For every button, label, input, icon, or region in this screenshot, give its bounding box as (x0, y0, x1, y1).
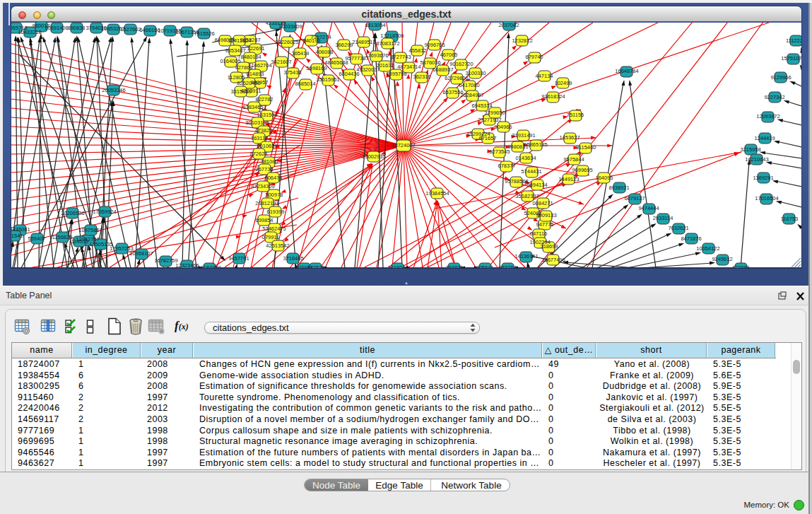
svg-text:122691: 122691 (247, 45, 264, 52)
svg-text:1453627: 1453627 (559, 134, 579, 141)
svg-text:375433: 375433 (283, 69, 301, 76)
svg-text:15751074: 15751074 (781, 55, 801, 62)
svg-text:3419283: 3419283 (387, 264, 408, 268)
svg-text:8938921: 8938921 (608, 185, 629, 191)
svg-text:3315869: 3315869 (230, 88, 251, 95)
svg-text:318699: 318699 (540, 243, 558, 250)
svg-text:10033809: 10033809 (278, 23, 302, 30)
svg-text:699854: 699854 (255, 217, 273, 223)
svg-text:10975867: 10975867 (78, 227, 102, 233)
svg-text:8895798: 8895798 (386, 71, 406, 77)
svg-text:8435061: 8435061 (11, 226, 30, 233)
svg-text:5273545: 5273545 (489, 148, 510, 155)
svg-text:9480831: 9480831 (507, 144, 528, 150)
svg-text:079911: 079911 (262, 234, 279, 240)
svg-text:947775: 947775 (536, 221, 553, 228)
svg-text:18724007: 18724007 (392, 142, 415, 148)
svg-text:9699695: 9699695 (572, 167, 592, 173)
svg-text:447134: 447134 (535, 73, 553, 79)
svg-text:9115460: 9115460 (576, 144, 596, 151)
svg-text:6945314: 6945314 (471, 103, 492, 109)
svg-text:1232812: 1232812 (512, 37, 532, 44)
svg-text:9245612: 9245612 (712, 256, 732, 262)
svg-text:647525: 647525 (307, 264, 324, 268)
svg-text:9227342: 9227342 (764, 94, 784, 100)
svg-text:3421607: 3421607 (271, 59, 291, 65)
svg-text:30103105: 30103105 (245, 119, 269, 126)
svg-text:6417080: 6417080 (459, 82, 479, 88)
svg-text:102499: 102499 (554, 80, 572, 86)
svg-text:5744431: 5744431 (521, 168, 541, 175)
svg-text:14136141: 14136141 (514, 253, 538, 259)
svg-text:31931491: 31931491 (512, 132, 535, 139)
svg-text:23002935: 23002935 (362, 153, 385, 160)
svg-text:814893: 814893 (246, 71, 264, 77)
svg-text:9894134: 9894134 (526, 182, 547, 188)
svg-text:822782: 822782 (255, 96, 273, 103)
svg-text:9909133: 9909133 (536, 212, 556, 218)
svg-text:87234309: 87234309 (251, 183, 274, 189)
svg-text:53462475: 53462475 (262, 226, 286, 232)
svg-text:20812191: 20812191 (255, 200, 278, 206)
svg-text:7010651: 7010651 (257, 143, 277, 149)
svg-text:20691406: 20691406 (45, 25, 68, 31)
svg-text:473829: 473829 (254, 127, 272, 134)
svg-text:17693676: 17693676 (365, 52, 388, 59)
svg-text:1449123: 1449123 (558, 176, 579, 182)
svg-text:455812: 455812 (408, 47, 426, 54)
svg-text:1156829: 1156829 (52, 234, 73, 240)
svg-text:35615951: 35615951 (316, 76, 339, 83)
svg-text:9129966: 9129966 (770, 74, 791, 81)
svg-text:606474: 606474 (264, 175, 282, 181)
svg-text:5876036: 5876036 (420, 59, 440, 66)
svg-text:679740: 679740 (525, 54, 543, 60)
svg-text:13218506: 13218506 (380, 33, 404, 39)
svg-text:1369291: 1369291 (753, 175, 773, 181)
svg-text:16210643: 16210643 (745, 156, 768, 163)
svg-text:6679137: 6679137 (624, 195, 645, 201)
svg-text:1331509: 1331509 (257, 112, 277, 118)
svg-text:751155: 751155 (567, 112, 584, 118)
svg-text:26284987: 26284987 (460, 92, 483, 98)
svg-text:1112223: 1112223 (786, 37, 801, 44)
svg-text:671657: 671657 (478, 135, 496, 141)
svg-text:8727743: 8727743 (390, 54, 411, 60)
svg-text:8813054: 8813054 (365, 22, 385, 28)
svg-text:3215958: 3215958 (740, 146, 760, 153)
svg-text:467065: 467065 (440, 52, 457, 58)
svg-text:406088: 406088 (315, 49, 333, 55)
svg-text:17016504: 17016504 (755, 195, 778, 201)
svg-text:940196: 940196 (302, 37, 320, 44)
svg-text:12093872: 12093872 (756, 113, 779, 119)
svg-text:047116: 047116 (530, 230, 547, 237)
svg-text:7632621: 7632621 (668, 225, 688, 231)
svg-text:10054122: 10054122 (696, 245, 719, 252)
svg-text:95788568: 95788568 (505, 178, 528, 185)
svg-text:3100330: 3100330 (465, 70, 486, 76)
svg-text:114519: 114519 (71, 238, 88, 245)
svg-text:9457791: 9457791 (228, 255, 249, 262)
svg-text:305641: 305641 (476, 264, 493, 268)
svg-text:267736: 267736 (255, 166, 273, 173)
svg-text:391541: 391541 (11, 233, 23, 239)
svg-text:16648784: 16648784 (615, 68, 638, 74)
svg-text:9353487: 9353487 (225, 47, 245, 54)
svg-text:1244419: 1244419 (754, 135, 775, 141)
svg-text:0084271: 0084271 (532, 200, 553, 206)
svg-text:763116: 763116 (251, 135, 268, 141)
svg-text:48734714: 48734714 (397, 64, 420, 70)
svg-text:904966: 904966 (494, 124, 512, 130)
svg-text:953767: 953767 (498, 264, 516, 268)
svg-text:63834657: 63834657 (242, 104, 266, 110)
svg-text:35182337: 35182337 (515, 193, 539, 199)
svg-text:1462704: 1462704 (251, 62, 271, 69)
svg-text:6466160: 6466160 (139, 27, 160, 33)
svg-text:9575844: 9575844 (563, 156, 584, 163)
svg-text:619399: 619399 (266, 209, 284, 215)
svg-text:12323466: 12323466 (175, 262, 199, 268)
svg-text:5698169: 5698169 (306, 65, 326, 71)
svg-text:201632: 201632 (376, 62, 394, 69)
svg-text:365414: 365414 (291, 50, 309, 57)
svg-text:16184959: 16184959 (197, 264, 220, 268)
svg-text:3799650: 3799650 (484, 110, 505, 116)
